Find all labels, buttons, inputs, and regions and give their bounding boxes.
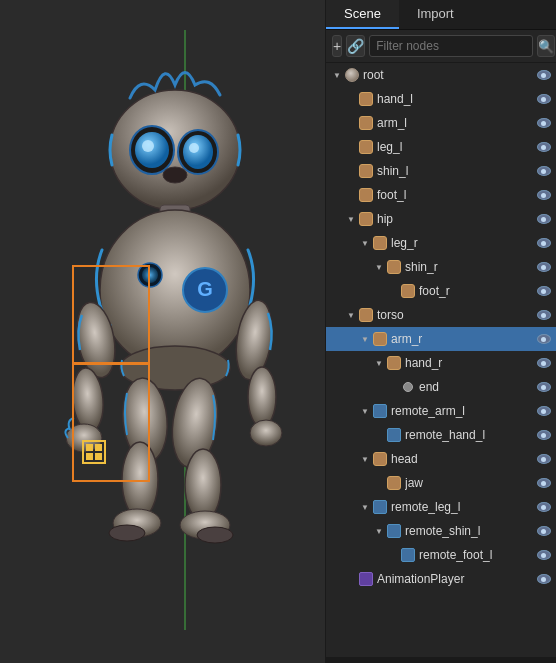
expand-arrow: [344, 140, 358, 154]
tree-node-arm_l[interactable]: arm_l: [326, 111, 556, 135]
visibility-toggle[interactable]: [536, 283, 552, 299]
scene-tree[interactable]: ▼roothand_larm_lleg_lshin_lfoot_l▼hip▼le…: [326, 63, 556, 657]
tree-node-remote_arm_l[interactable]: ▼remote_arm_l: [326, 399, 556, 423]
expand-arrow[interactable]: ▼: [358, 452, 372, 466]
node-label-shin_r: shin_r: [405, 260, 536, 274]
scene-panel: Scene Import + 🔗 🔍 ▼roothand_larm_lleg_l…: [325, 0, 556, 663]
node-label-remote_foot_l: remote_foot_l: [419, 548, 536, 562]
tree-node-hand_r[interactable]: ▼hand_r: [326, 351, 556, 375]
node-label-foot_r: foot_r: [419, 284, 536, 298]
node-label-remote_leg_l: remote_leg_l: [391, 500, 536, 514]
selection-box-upper: [72, 265, 150, 365]
visibility-toggle[interactable]: [536, 451, 552, 467]
node-label-foot_l: foot_l: [377, 188, 536, 202]
tree-node-foot_l[interactable]: foot_l: [326, 183, 556, 207]
visibility-toggle[interactable]: [536, 91, 552, 107]
visibility-toggle[interactable]: [536, 547, 552, 563]
viewport[interactable]: G: [0, 0, 325, 663]
animation-icon: [358, 571, 374, 587]
add-node-button[interactable]: +: [332, 35, 342, 57]
visibility-toggle[interactable]: [536, 523, 552, 539]
remote-icon: [372, 403, 388, 419]
remote-icon: [386, 427, 402, 443]
expand-arrow[interactable]: ▼: [358, 500, 372, 514]
svg-point-18: [248, 367, 276, 427]
visibility-toggle[interactable]: [536, 163, 552, 179]
expand-arrow[interactable]: ▼: [358, 404, 372, 418]
expand-arrow[interactable]: ▼: [372, 524, 386, 538]
tree-node-leg_l[interactable]: leg_l: [326, 135, 556, 159]
visibility-toggle[interactable]: [536, 307, 552, 323]
visibility-toggle[interactable]: [536, 187, 552, 203]
visibility-toggle[interactable]: [536, 379, 552, 395]
node-label-leg_r: leg_r: [391, 236, 536, 250]
expand-arrow[interactable]: ▼: [358, 236, 372, 250]
robot-viewport: G: [0, 0, 325, 663]
node-label-end: end: [419, 380, 536, 394]
search-input[interactable]: [369, 35, 533, 57]
tree-node-hand_l[interactable]: hand_l: [326, 87, 556, 111]
visibility-toggle[interactable]: [536, 211, 552, 227]
tree-node-torso[interactable]: ▼torso: [326, 303, 556, 327]
node-label-remote_shin_l: remote_shin_l: [405, 524, 536, 538]
bone-icon: [372, 451, 388, 467]
tree-node-leg_r[interactable]: ▼leg_r: [326, 231, 556, 255]
bone-icon: [358, 91, 374, 107]
visibility-toggle[interactable]: [536, 403, 552, 419]
visibility-toggle[interactable]: [536, 475, 552, 491]
expand-arrow: [372, 476, 386, 490]
search-icon: 🔍: [538, 39, 554, 54]
bone-icon: [386, 355, 402, 371]
expand-arrow[interactable]: ▼: [344, 308, 358, 322]
expand-arrow[interactable]: ▼: [372, 356, 386, 370]
node-label-shin_l: shin_l: [377, 164, 536, 178]
tree-node-shin_r[interactable]: ▼shin_r: [326, 255, 556, 279]
svg-point-26: [185, 449, 221, 521]
tree-node-end[interactable]: end: [326, 375, 556, 399]
tree-node-jaw[interactable]: jaw: [326, 471, 556, 495]
expand-arrow[interactable]: ▼: [330, 68, 344, 82]
tab-import[interactable]: Import: [399, 0, 472, 29]
selection-box-lower: [72, 362, 150, 482]
visibility-toggle[interactable]: [536, 499, 552, 515]
visibility-toggle[interactable]: [536, 427, 552, 443]
node-label-root: root: [363, 68, 536, 82]
expand-arrow[interactable]: ▼: [344, 212, 358, 226]
node-label-torso: torso: [377, 308, 536, 322]
tree-node-remote_leg_l[interactable]: ▼remote_leg_l: [326, 495, 556, 519]
visibility-toggle[interactable]: [536, 67, 552, 83]
tree-node-remote_hand_l[interactable]: remote_hand_l: [326, 423, 556, 447]
expand-arrow[interactable]: ▼: [372, 260, 386, 274]
bone-icon: [358, 187, 374, 203]
tree-node-head[interactable]: ▼head: [326, 447, 556, 471]
toolbar: + 🔗 🔍: [326, 30, 556, 63]
tree-node-arm_r[interactable]: ▼arm_r: [326, 327, 556, 351]
grid-icon: [82, 440, 106, 464]
bone-icon: [358, 307, 374, 323]
tree-node-shin_l[interactable]: shin_l: [326, 159, 556, 183]
visibility-toggle[interactable]: [536, 139, 552, 155]
sphere-icon: [344, 67, 360, 83]
remote-icon: [386, 523, 402, 539]
visibility-toggle[interactable]: [536, 331, 552, 347]
visibility-toggle[interactable]: [536, 235, 552, 251]
expand-arrow: [372, 428, 386, 442]
bone-icon: [372, 331, 388, 347]
visibility-toggle[interactable]: [536, 355, 552, 371]
tree-node-remote_foot_l[interactable]: remote_foot_l: [326, 543, 556, 567]
tab-scene[interactable]: Scene: [326, 0, 399, 29]
bone-icon: [386, 475, 402, 491]
tree-node-remote_shin_l[interactable]: ▼remote_shin_l: [326, 519, 556, 543]
tree-node-foot_r[interactable]: foot_r: [326, 279, 556, 303]
visibility-toggle[interactable]: [536, 115, 552, 131]
tree-node-root[interactable]: ▼root: [326, 63, 556, 87]
tree-node-AnimationPlayer[interactable]: AnimationPlayer: [326, 567, 556, 591]
svg-point-24: [109, 525, 145, 541]
visibility-toggle[interactable]: [536, 259, 552, 275]
search-button[interactable]: 🔍: [537, 35, 555, 57]
expand-arrow[interactable]: ▼: [358, 332, 372, 346]
link-button[interactable]: 🔗: [346, 35, 365, 57]
expand-arrow: [386, 284, 400, 298]
tree-node-hip[interactable]: ▼hip: [326, 207, 556, 231]
visibility-toggle[interactable]: [536, 571, 552, 587]
